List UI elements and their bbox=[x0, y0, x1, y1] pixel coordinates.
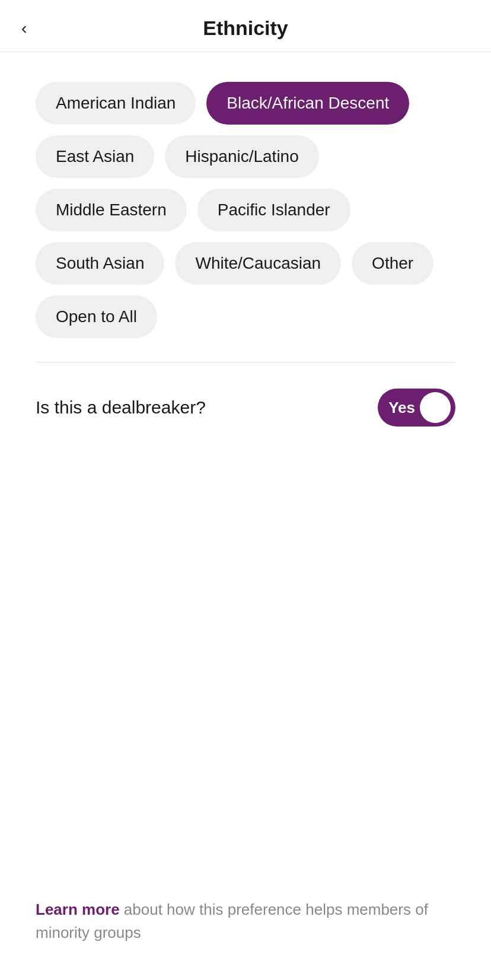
ethnicity-chips-container: American IndianBlack/African DescentEast… bbox=[0, 52, 491, 362]
chip-open-to-all[interactable]: Open to All bbox=[36, 295, 157, 338]
chip-black-african-descent[interactable]: Black/African Descent bbox=[206, 82, 409, 125]
chip-other[interactable]: Other bbox=[352, 242, 433, 285]
toggle-yes-label: Yes bbox=[388, 399, 415, 417]
chip-american-indian[interactable]: American Indian bbox=[36, 82, 196, 125]
chip-white-caucasian[interactable]: White/Caucasian bbox=[175, 242, 341, 285]
chip-south-asian[interactable]: South Asian bbox=[36, 242, 164, 285]
page-title: Ethnicity bbox=[203, 17, 288, 40]
header: ‹ Ethnicity bbox=[0, 0, 491, 52]
chip-hispanic-latino[interactable]: Hispanic/Latino bbox=[165, 135, 318, 178]
chip-pacific-islander[interactable]: Pacific Islander bbox=[197, 189, 350, 231]
footer-text: Learn more about how this preference hel… bbox=[36, 898, 455, 944]
dealbreaker-toggle[interactable]: Yes bbox=[378, 389, 455, 427]
dealbreaker-question: Is this a dealbreaker? bbox=[36, 397, 206, 418]
learn-more-link[interactable]: Learn more bbox=[36, 901, 120, 918]
dealbreaker-row: Is this a dealbreaker? Yes bbox=[0, 362, 491, 453]
toggle-knob bbox=[420, 392, 451, 423]
chip-east-asian[interactable]: East Asian bbox=[36, 135, 154, 178]
back-button[interactable]: ‹ bbox=[21, 20, 27, 37]
chip-middle-eastern[interactable]: Middle Eastern bbox=[36, 189, 187, 231]
